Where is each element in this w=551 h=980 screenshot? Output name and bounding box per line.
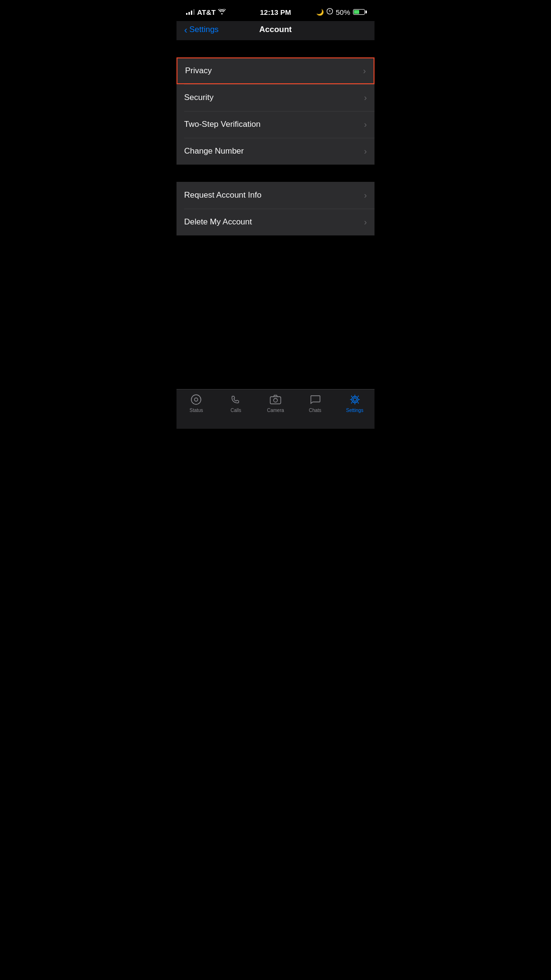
battery-icon	[353, 9, 365, 15]
svg-point-6	[353, 398, 356, 401]
battery-percent: 50%	[336, 8, 350, 16]
calls-icon	[230, 393, 242, 406]
svg-rect-4	[270, 397, 281, 404]
svg-point-2	[191, 395, 201, 404]
status-icon	[190, 393, 202, 406]
menu-item-request-info[interactable]: Request Account Info ›	[176, 182, 375, 209]
settings-tab-label: Settings	[346, 408, 364, 413]
menu-item-privacy[interactable]: Privacy ›	[176, 57, 375, 84]
camera-tab-label: Camera	[267, 408, 284, 413]
app-container: AT&T 12:13 PM 🌙 50%	[176, 0, 375, 429]
chats-tab-label: Chats	[309, 408, 321, 413]
request-info-label: Request Account Info	[184, 190, 262, 200]
section-1: Privacy › Security › Two-Step Verificati…	[176, 57, 375, 165]
section-2: Request Account Info › Delete My Account…	[176, 182, 375, 235]
tab-chats[interactable]: Chats	[295, 393, 335, 413]
signal-bar-1	[186, 13, 187, 15]
carrier-label: AT&T	[197, 8, 216, 16]
status-right: 🌙 50%	[316, 8, 365, 16]
tab-calls[interactable]: Calls	[216, 393, 256, 413]
tab-bar: Status Calls Camera Chats	[176, 389, 375, 429]
menu-item-security[interactable]: Security ›	[176, 84, 375, 111]
status-time: 12:13 PM	[260, 8, 291, 16]
wifi-icon	[218, 8, 226, 16]
svg-point-7	[352, 397, 358, 403]
status-left: AT&T	[186, 8, 226, 16]
status-tab-label: Status	[189, 408, 203, 413]
calls-tab-label: Calls	[231, 408, 241, 413]
signal-bar-2	[188, 12, 190, 15]
nav-bar: ‹ Settings Account	[176, 21, 375, 40]
tab-settings[interactable]: Settings	[335, 393, 375, 413]
delete-account-chevron-icon: ›	[364, 217, 367, 227]
svg-point-3	[195, 398, 198, 401]
back-button[interactable]: ‹ Settings	[184, 25, 219, 34]
back-chevron-icon: ‹	[184, 25, 187, 34]
delete-account-label: Delete My Account	[184, 217, 252, 227]
camera-icon	[269, 393, 282, 406]
privacy-chevron-icon: ›	[363, 66, 366, 76]
section-gap	[176, 165, 375, 182]
back-label: Settings	[189, 25, 219, 34]
menu-item-delete-account[interactable]: Delete My Account ›	[176, 209, 375, 235]
signal-bar-4	[193, 9, 195, 15]
change-number-chevron-icon: ›	[364, 146, 367, 156]
page-title: Account	[259, 25, 292, 34]
moon-icon: 🌙	[316, 9, 324, 16]
tab-camera[interactable]: Camera	[256, 393, 296, 413]
battery-fill	[354, 10, 359, 14]
menu-item-change-number[interactable]: Change Number ›	[176, 138, 375, 165]
top-gap	[176, 40, 375, 57]
signal-bars	[186, 9, 195, 15]
svg-point-5	[274, 399, 277, 402]
settings-icon	[349, 393, 361, 406]
change-number-label: Change Number	[184, 146, 244, 156]
tab-status[interactable]: Status	[176, 393, 216, 413]
two-step-chevron-icon: ›	[364, 120, 367, 130]
menu-item-two-step[interactable]: Two-Step Verification ›	[176, 111, 375, 138]
chats-icon	[309, 393, 321, 406]
privacy-label: Privacy	[185, 66, 212, 76]
status-bar: AT&T 12:13 PM 🌙 50%	[176, 0, 375, 21]
security-chevron-icon: ›	[364, 93, 367, 103]
two-step-label: Two-Step Verification	[184, 120, 261, 129]
screen-lock-icon	[327, 8, 333, 16]
security-label: Security	[184, 93, 213, 102]
signal-bar-3	[191, 11, 192, 15]
request-info-chevron-icon: ›	[364, 190, 367, 200]
svg-point-1	[329, 11, 330, 12]
